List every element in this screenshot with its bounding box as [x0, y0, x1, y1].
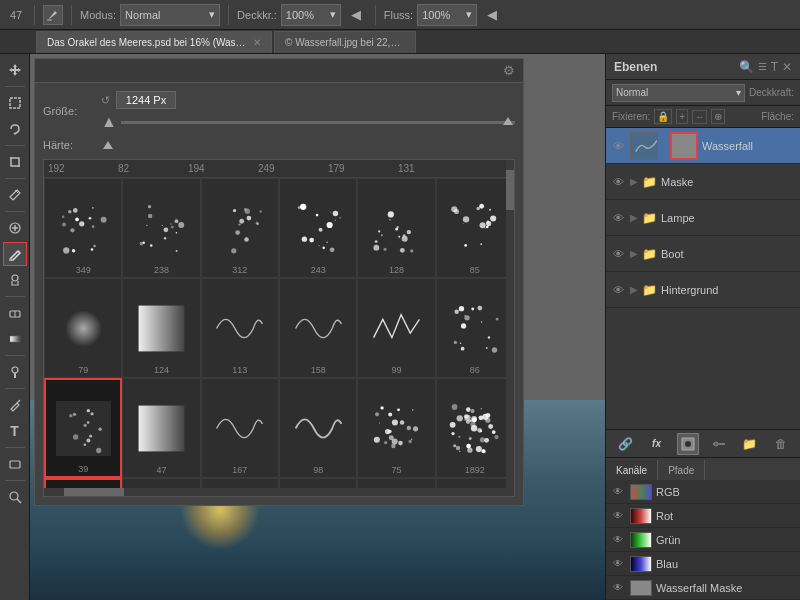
- layer-item-hintergrund[interactable]: 👁 ▶ 📁 Hintergrund: [606, 272, 800, 308]
- brush-cell-86[interactable]: 86: [436, 278, 514, 378]
- tool-heal[interactable]: [3, 216, 27, 240]
- fix-icon-1[interactable]: 🔒: [654, 109, 672, 124]
- size-slider-thumb[interactable]: [503, 117, 513, 125]
- fx-icon[interactable]: fx: [646, 433, 668, 455]
- tool-lasso[interactable]: [3, 117, 27, 141]
- tool-text[interactable]: T: [3, 419, 27, 443]
- fix-icon-4[interactable]: ⊕: [711, 109, 725, 124]
- tool-select-rect[interactable]: [3, 91, 27, 115]
- size-reset-icon[interactable]: ↺: [101, 94, 110, 107]
- fluss-arrow[interactable]: ◀: [481, 4, 503, 26]
- brush-cell-128[interactable]: 128: [357, 178, 435, 278]
- brush-scrollbar-thumb[interactable]: [506, 170, 514, 210]
- brush-cell-99[interactable]: 99: [357, 278, 435, 378]
- brush-scrollbar-v[interactable]: [506, 160, 514, 496]
- brush-cell-2280[interactable]: 2280: [357, 478, 435, 488]
- layers-mode-dropdown[interactable]: Normal ▾: [612, 84, 745, 102]
- channel-eye-blau[interactable]: 👁: [610, 556, 626, 572]
- layer-eye-boot[interactable]: 👁: [610, 246, 626, 262]
- tab-pfade[interactable]: Pfade: [658, 460, 705, 480]
- brush-cell-243[interactable]: 243: [279, 178, 357, 278]
- channel-item-wasserfall-maske[interactable]: 👁 Wasserfall Maske: [606, 576, 800, 600]
- tool-eraser[interactable]: [3, 301, 27, 325]
- text-icon[interactable]: T: [771, 60, 778, 74]
- deckcraft-dropdown[interactable]: 100% ▾: [281, 4, 341, 26]
- channel-item-blau[interactable]: 👁 Blau: [606, 552, 800, 576]
- layer-arrow-lampe[interactable]: ▶: [630, 212, 638, 223]
- canvas-area[interactable]: ⚙ Größe: ↺ 1244 Px ▲: [30, 54, 605, 600]
- hardness-slider-thumb[interactable]: [103, 141, 113, 149]
- tab-kanale[interactable]: Kanäle: [606, 460, 658, 480]
- adjustment-icon[interactable]: [708, 433, 730, 455]
- layer-eye-hintergrund[interactable]: 👁: [610, 282, 626, 298]
- tool-crop[interactable]: [3, 150, 27, 174]
- trash-icon[interactable]: 🗑: [770, 433, 792, 455]
- channel-eye-grun[interactable]: 👁: [610, 532, 626, 548]
- layer-arrow-boot[interactable]: ▶: [630, 248, 638, 259]
- channel-item-rgb[interactable]: 👁 RGB: [606, 480, 800, 504]
- size-value[interactable]: 1244 Px: [116, 91, 176, 109]
- deckcraft-arrow[interactable]: ◀: [345, 4, 367, 26]
- brush-cell-98[interactable]: 98: [279, 378, 357, 478]
- brush-cell-238[interactable]: 238: [122, 178, 200, 278]
- layer-eye-maske[interactable]: 👁: [610, 174, 626, 190]
- channel-eye-wm[interactable]: 👁: [610, 580, 626, 596]
- channel-eye-rot[interactable]: 👁: [610, 508, 626, 524]
- tool-clone[interactable]: [3, 268, 27, 292]
- tab-wasserfall[interactable]: © Wasserfall.jpg bei 22,9% (W...: [274, 31, 416, 53]
- panel-close-icon[interactable]: ✕: [782, 60, 792, 74]
- tab-close-orakel[interactable]: ✕: [253, 37, 261, 48]
- fix-icon-2[interactable]: +: [676, 109, 688, 124]
- fluss-dropdown[interactable]: 100% ▾: [417, 4, 477, 26]
- tool-zoom[interactable]: [3, 485, 27, 509]
- brush-cell-158[interactable]: 158: [279, 278, 357, 378]
- brush-cell-1892[interactable]: 1892: [436, 378, 514, 478]
- brush-cell-39[interactable]: 39: [44, 378, 122, 478]
- tool-pen[interactable]: [3, 393, 27, 417]
- brush-cell-47[interactable]: 47: [122, 378, 200, 478]
- brush-scrollbar-h[interactable]: [44, 488, 514, 496]
- brush-cell-1796[interactable]: 1796: [201, 478, 279, 488]
- brush-cell-75[interactable]: 75: [357, 378, 435, 478]
- tool-dodge[interactable]: [3, 360, 27, 384]
- layer-item-boot[interactable]: 👁 ▶ 📁 Boot: [606, 236, 800, 272]
- channel-eye-rgb[interactable]: 👁: [610, 484, 626, 500]
- channel-item-grun[interactable]: 👁 Grün: [606, 528, 800, 552]
- panel-settings-icon[interactable]: ⚙: [503, 63, 515, 78]
- brush-cell-349[interactable]: 349: [44, 178, 122, 278]
- fix-icon-3[interactable]: ↔: [692, 110, 707, 124]
- brush-scrollbar-h-thumb[interactable]: [64, 488, 124, 496]
- search-icon[interactable]: 🔍: [739, 60, 754, 74]
- tool-shape[interactable]: [3, 452, 27, 476]
- tool-eyedropper[interactable]: [3, 183, 27, 207]
- brush-tool-icon[interactable]: [43, 5, 63, 25]
- brush-cell-167[interactable]: 167: [201, 378, 279, 478]
- brush-cell-2128[interactable]: 2128: [279, 478, 357, 488]
- mask-icon[interactable]: [677, 433, 699, 455]
- brush-cell-85[interactable]: 85: [436, 178, 514, 278]
- layer-eye-lampe[interactable]: 👁: [610, 210, 626, 226]
- brush-cell-2400[interactable]: 2400: [436, 478, 514, 488]
- layer-eye-wasserfall[interactable]: 👁: [610, 138, 626, 154]
- channel-item-rot[interactable]: 👁 Rot: [606, 504, 800, 528]
- brush-cell-113[interactable]: 113: [201, 278, 279, 378]
- brush-cell-2448[interactable]: 2448: [122, 478, 200, 488]
- new-folder-icon[interactable]: 📁: [739, 433, 761, 455]
- brush-cell-312[interactable]: 312: [201, 178, 279, 278]
- tool-gradient[interactable]: [3, 327, 27, 351]
- brush-cell-1244[interactable]: 1244: [44, 478, 122, 488]
- modus-dropdown[interactable]: Normal ▾: [120, 4, 220, 26]
- layer-item-wasserfall[interactable]: 👁 Wasserfall: [606, 128, 800, 164]
- brush-cell-79[interactable]: 79: [44, 278, 122, 378]
- tool-brush[interactable]: [3, 242, 27, 266]
- panel-menu-icon[interactable]: ☰: [758, 61, 767, 72]
- size-slider-track[interactable]: [121, 121, 515, 124]
- tab-orakel[interactable]: Das Orakel des Meeres.psd bei 16% (Wasse…: [36, 31, 272, 53]
- link-icon[interactable]: 🔗: [615, 433, 637, 455]
- layer-item-maske[interactable]: 👁 ▶ 📁 Maske: [606, 164, 800, 200]
- layer-arrow-hintergrund[interactable]: ▶: [630, 284, 638, 295]
- brush-cell-124[interactable]: 124: [122, 278, 200, 378]
- layer-item-lampe[interactable]: 👁 ▶ 📁 Lampe: [606, 200, 800, 236]
- layer-arrow-maske[interactable]: ▶: [630, 176, 638, 187]
- tool-move[interactable]: [3, 58, 27, 82]
